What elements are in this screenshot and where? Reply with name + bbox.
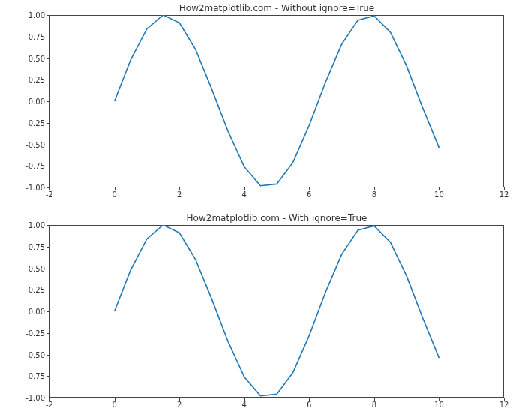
y-tickmark — [46, 123, 50, 124]
y-tickmark — [46, 80, 50, 80]
y-tick-label: 0.00 — [15, 98, 45, 106]
subplot-2-line — [50, 225, 504, 398]
y-tick-label: 0.50 — [15, 264, 45, 272]
subplot-1-title: How2matplotlib.com - Without ignore=True — [50, 3, 504, 14]
y-tick-label: -0.75 — [15, 372, 45, 380]
y-tickmark — [46, 268, 50, 269]
x-tick-label: 4 — [242, 400, 247, 409]
x-tick-label: 12 — [500, 400, 509, 409]
y-tickmark — [46, 188, 50, 188]
x-tick-label: 2 — [177, 190, 182, 199]
y-tick-label: 0.25 — [15, 286, 45, 294]
y-tick-label: -0.50 — [15, 350, 45, 358]
y-tickmark — [46, 145, 50, 146]
x-tick-label: 10 — [434, 400, 444, 409]
y-tick-label: -0.25 — [15, 118, 45, 127]
subplot-1-line — [50, 15, 504, 188]
y-tick-label: 0.50 — [15, 54, 45, 62]
y-tickmark — [46, 101, 50, 102]
y-tick-label: -1.00 — [15, 394, 45, 402]
y-tickmark — [46, 376, 50, 376]
subplot-1: How2matplotlib.com - Without ignore=True… — [50, 15, 504, 188]
y-tick-label: 1.00 — [15, 221, 45, 230]
y-tick-label: -1.00 — [15, 184, 45, 192]
y-tickmark — [46, 398, 50, 398]
y-tickmark — [46, 166, 50, 166]
y-tick-label: 0.00 — [15, 308, 45, 316]
x-tick-label: 6 — [307, 190, 311, 199]
y-tick-label: 0.25 — [15, 76, 45, 84]
subplot-2-title: How2matplotlib.com - With ignore=True — [50, 213, 504, 224]
x-tick-label: 10 — [434, 190, 444, 199]
x-tick-label: 12 — [500, 190, 509, 199]
y-tickmark — [46, 15, 50, 16]
figure: How2matplotlib.com - Without ignore=True… — [0, 0, 525, 420]
x-tick-label: -2 — [46, 190, 53, 199]
y-tickmark — [46, 355, 50, 356]
y-tick-label: 1.00 — [15, 11, 45, 20]
y-tickmark — [46, 225, 50, 226]
y-tickmark — [46, 311, 50, 312]
y-tick-label: -0.25 — [15, 328, 45, 337]
x-tick-label: 0 — [112, 190, 116, 199]
x-tick-label: 6 — [307, 400, 311, 409]
y-tickmark — [46, 333, 50, 334]
x-tick-label: 2 — [177, 400, 182, 409]
y-tickmark — [46, 290, 50, 290]
x-tick-label: 0 — [112, 400, 116, 409]
y-tickmark — [46, 58, 50, 59]
x-tick-label: -2 — [46, 400, 53, 409]
y-tickmark — [46, 247, 50, 248]
y-tick-label: -0.50 — [15, 140, 45, 148]
y-tick-label: 0.75 — [15, 32, 45, 40]
x-tick-label: 8 — [372, 400, 376, 409]
x-tick-label: 4 — [242, 190, 247, 199]
y-tickmark — [46, 37, 50, 38]
subplot-2: How2matplotlib.com - With ignore=True -2… — [50, 225, 504, 398]
y-tick-label: -0.75 — [15, 162, 45, 170]
x-tick-label: 8 — [372, 190, 376, 199]
y-tick-label: 0.75 — [15, 242, 45, 250]
